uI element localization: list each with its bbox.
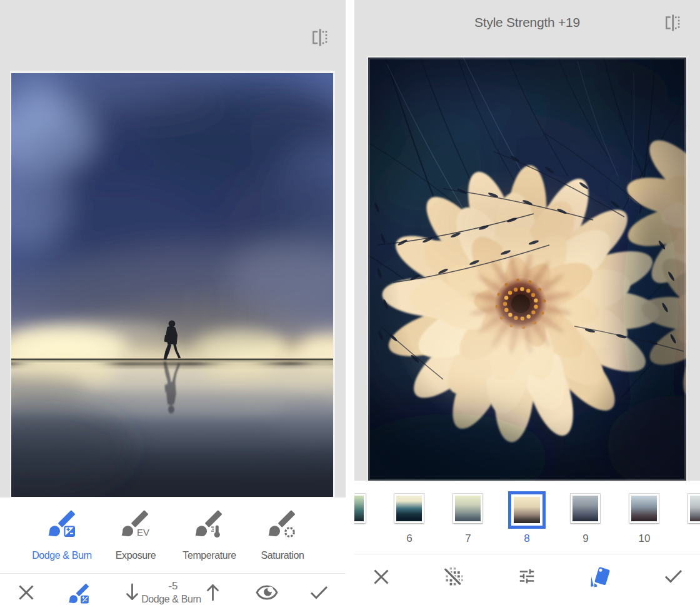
svg-text:EV: EV <box>137 527 149 538</box>
